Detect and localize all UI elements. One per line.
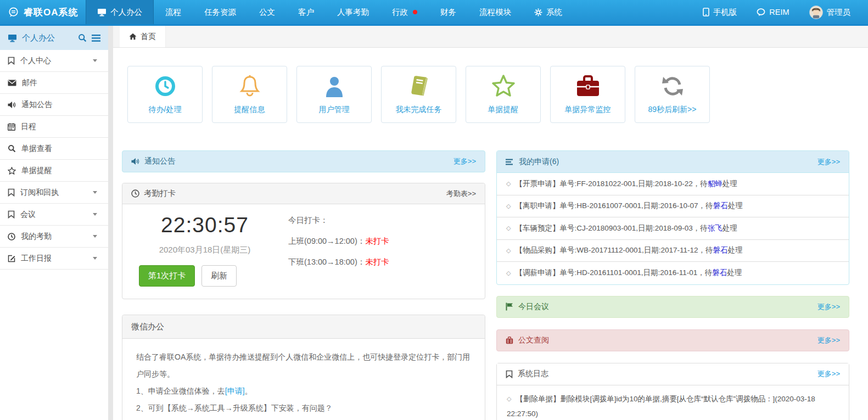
card-refresh-countdown[interactable]: 89秒后刷新>> [635, 66, 710, 123]
bookmark-icon [8, 188, 15, 197]
wechat-intro: 结合了睿联OA系统，单据待办推送提醒到个人微信和企业微信上，也可快捷登录定位打卡… [136, 349, 471, 383]
diamond-bullet-icon: ◇ [506, 203, 511, 210]
system-log-header: 系统日志 更多>> [497, 363, 849, 385]
system-log-panel: 系统日志 更多>> ◇ 【删除单据】删除模块[调拨单]id为10的单据,摘要[从… [496, 363, 849, 420]
list-icon [506, 159, 514, 165]
briefcase-icon [506, 337, 513, 344]
attendance-sheet-link[interactable]: 考勤表>> [446, 189, 476, 199]
sidebar-item-doc-view[interactable]: 单据查看 [0, 138, 108, 160]
card-user-management[interactable]: 用户管理 [296, 66, 372, 123]
card-doc-anomaly-monitor[interactable]: 单据异常监控 [550, 66, 625, 123]
punch-in-button[interactable]: 第1次打卡 [139, 265, 195, 287]
doc-review-more-link[interactable]: 更多>> [817, 335, 840, 345]
sidebar-item-my-attendance[interactable]: 我的考勤 [0, 226, 108, 248]
wechat-body: 结合了睿联OA系统，单据待办推送提醒到个人微信和企业微信上，也可快捷登录定位打卡… [122, 339, 485, 420]
nav-item-system[interactable]: 系统 [523, 0, 574, 24]
bell-icon [239, 74, 260, 98]
nav-item-administration[interactable]: 行政 [380, 0, 429, 24]
clock-icon [131, 189, 139, 198]
notification-dot [413, 10, 417, 14]
sidebar-item-mail[interactable]: 邮件 [0, 72, 108, 94]
brand[interactable]: 睿联OA系统 [0, 0, 86, 24]
search-icon[interactable] [78, 33, 87, 42]
user-icon [324, 74, 345, 98]
star-icon [8, 167, 16, 175]
book-icon [407, 74, 430, 98]
flag-icon [506, 303, 513, 311]
today-punch-label: 今日打卡： [288, 215, 389, 226]
nav-item-task-resource[interactable]: 任务资源 [193, 0, 248, 24]
meetings-more-link[interactable]: 更多>> [817, 302, 840, 312]
card-doc-remind[interactable]: 单据提醒 [466, 66, 541, 123]
user-menu[interactable]: 管理员 [802, 5, 859, 19]
handler-link[interactable]: 磐石 [713, 245, 728, 255]
oa-page: 睿联OA系统 个人办公 流程 任务资源 公文 客户 人事考勤 行政 财务 流程模… [0, 0, 868, 420]
chevron-down-icon [93, 257, 97, 260]
nav-item-personal-office[interactable]: 个人办公 [86, 0, 154, 24]
application-row[interactable]: ◇ 【离职申请】单号:HB-20161007-0001,日期:2016-10-0… [497, 195, 849, 218]
system-log-more-link[interactable]: 更多>> [817, 369, 840, 379]
application-row[interactable]: ◇ 【车辆预定】单号:CJ-20180903-001,日期:2018-09-03… [497, 217, 849, 240]
application-row[interactable]: ◇ 【调薪申请】单号:HD-20161101-0001,日期:2016-11-0… [497, 262, 849, 284]
sidebar-item-personal-center[interactable]: 个人中心 [0, 50, 108, 72]
speaker-icon [131, 158, 139, 165]
nav-item-workflow[interactable]: 流程 [154, 0, 193, 24]
applications-more-link[interactable]: 更多>> [817, 157, 840, 167]
bookmark-icon [8, 57, 15, 65]
top-navbar: 睿联OA系统 个人办公 流程 任务资源 公文 客户 人事考勤 行政 财务 流程模… [0, 0, 868, 26]
application-row[interactable]: ◇ 【开票申请】单号:FF-20181022-001,日期:2018-10-22… [497, 173, 849, 195]
card-unfinished-tasks[interactable]: 我未完成任务 [381, 66, 456, 123]
chat-icon [757, 8, 765, 16]
sidebar-item-subscribe[interactable]: 订阅和回执 [0, 182, 108, 204]
sidebar-item-doc-remind[interactable]: 单据提醒 [0, 160, 108, 182]
main-menu: 个人办公 流程 任务资源 公文 客户 人事考勤 行政 财务 流程模块 系统 [86, 0, 574, 24]
my-applications-panel: 我的申请(6) 更多>> ◇ 【开票申请】单号:FF-20181022-001,… [496, 150, 849, 285]
application-row[interactable]: ◇ 【物品采购】单号:WB-20171112-0001,日期:2017-11-1… [497, 240, 849, 262]
nav-item-customer[interactable]: 客户 [287, 0, 326, 24]
sidebar-item-notice[interactable]: 通知公告 [0, 94, 108, 116]
menu-toggle-icon[interactable] [92, 35, 100, 42]
envelope-icon [8, 80, 16, 86]
wechat-panel: 微信办公 结合了睿联OA系统，单据待办推送提醒到个人微信和企业微信上，也可快捷登… [122, 315, 485, 420]
brand-title: 睿联OA系统 [24, 6, 79, 19]
bookmark-icon [506, 370, 513, 378]
main-area: 首页 待办/处理 提醒信息 [113, 26, 868, 420]
search-icon [8, 144, 16, 153]
applications-title: 我的申请(6) [519, 157, 559, 167]
diamond-bullet-icon: ◇ [506, 247, 511, 254]
clock-icon [154, 74, 177, 98]
nav-item-label: 个人办公 [110, 7, 142, 18]
shortcut-cards: 待办/处理 提醒信息 用户管理 [122, 66, 849, 123]
nav-item-official-doc[interactable]: 公文 [248, 0, 287, 24]
apply-link[interactable]: [申请] [225, 387, 245, 395]
sidebar-gutter [108, 26, 113, 420]
card-todo[interactable]: 待办/处理 [127, 66, 203, 123]
handler-link[interactable]: 磐石 [712, 268, 727, 278]
chevron-down-icon [93, 235, 97, 238]
mobile-version-link[interactable]: 手机版 [695, 7, 745, 18]
card-reminders[interactable]: 提醒信息 [212, 66, 287, 123]
system-log-entry[interactable]: ◇ 【删除单据】删除模块[调拨单]id为10的单据,摘要[从仓库“默认仓库”调拨… [497, 385, 849, 420]
nav-item-finance[interactable]: 财务 [429, 0, 468, 24]
reim-link[interactable]: REIM [749, 8, 797, 16]
handler-link[interactable]: 磐石 [713, 201, 728, 211]
refresh-button[interactable]: 刷新 [201, 265, 237, 287]
wechat-title: 微信办公 [131, 322, 164, 332]
handler-link[interactable]: 张飞 [708, 223, 723, 233]
morning-shift-row: 上班(09:00→12:00)：未打卡 [288, 236, 389, 247]
shift2-status: 未打卡 [365, 257, 389, 266]
nav-item-hr-attendance[interactable]: 人事考勤 [326, 0, 380, 24]
sidebar-item-schedule[interactable]: 日程 [0, 116, 108, 138]
star-icon [491, 74, 516, 98]
handler-link[interactable]: 貂蝉 [708, 179, 723, 189]
nav-item-workflow-module[interactable]: 流程模块 [468, 0, 523, 24]
sidebar-item-meeting[interactable]: 会议 [0, 204, 108, 226]
calendar-icon [8, 123, 15, 131]
tab-home[interactable]: 首页 [120, 26, 166, 47]
phone-icon [703, 8, 709, 16]
chevron-down-icon [93, 191, 97, 194]
notice-more-link[interactable]: 更多>> [453, 156, 476, 166]
speaker-icon [8, 101, 16, 109]
sidebar-item-daily-report[interactable]: 工作日报 [0, 248, 108, 270]
wechat-item-2: 2、可到【系统→系统工具→升级系统】下安装，有问题？ [136, 400, 471, 417]
